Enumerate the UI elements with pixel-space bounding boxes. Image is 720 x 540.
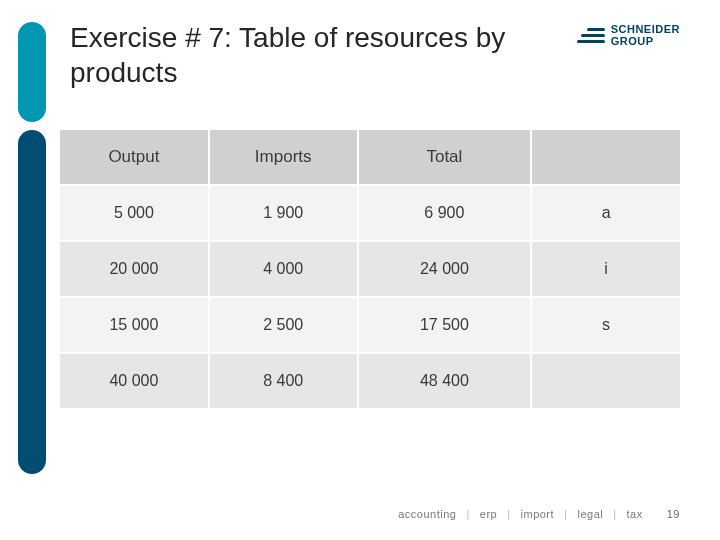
col-tag — [531, 130, 680, 185]
logo-mark-icon — [577, 28, 605, 43]
side-pill — [18, 130, 46, 474]
footer-item: tax — [627, 508, 643, 520]
col-output: Output — [60, 130, 209, 185]
brand-logo: SCHNEIDER GROUP — [577, 24, 680, 47]
cell-imports: 4 000 — [209, 241, 358, 297]
page-number: 19 — [667, 508, 680, 520]
cell-output: 20 000 — [60, 241, 209, 297]
col-total: Total — [358, 130, 532, 185]
cell-total: 17 500 — [358, 297, 532, 353]
resources-table: Output Imports Total 5 000 1 900 6 900 a… — [60, 130, 680, 408]
logo-text-line1: SCHNEIDER — [611, 24, 680, 36]
cell-total: 48 400 — [358, 353, 532, 408]
cell-imports: 1 900 — [209, 185, 358, 241]
page-title: Exercise # 7: Table of resources by prod… — [70, 20, 570, 90]
footer-item: erp — [480, 508, 497, 520]
table-row: 5 000 1 900 6 900 a — [60, 185, 680, 241]
logo-text-line2: GROUP — [611, 36, 680, 48]
accent-bar — [18, 22, 46, 122]
logo-text: SCHNEIDER GROUP — [611, 24, 680, 47]
cell-tag: i — [531, 241, 680, 297]
cell-total: 6 900 — [358, 185, 532, 241]
cell-tag: a — [531, 185, 680, 241]
cell-total: 24 000 — [358, 241, 532, 297]
col-imports: Imports — [209, 130, 358, 185]
cell-tag — [531, 353, 680, 408]
table-row: 15 000 2 500 17 500 s — [60, 297, 680, 353]
cell-imports: 8 400 — [209, 353, 358, 408]
table-row: 20 000 4 000 24 000 i — [60, 241, 680, 297]
cell-tag: s — [531, 297, 680, 353]
footer: accounting| erp| import| legal| tax 19 — [398, 508, 680, 520]
footer-item: accounting — [398, 508, 456, 520]
footer-item: import — [521, 508, 555, 520]
cell-output: 15 000 — [60, 297, 209, 353]
separator-icon: | — [507, 508, 510, 520]
cell-imports: 2 500 — [209, 297, 358, 353]
table-row: 40 000 8 400 48 400 — [60, 353, 680, 408]
table-header-row: Output Imports Total — [60, 130, 680, 185]
cell-output: 40 000 — [60, 353, 209, 408]
separator-icon: | — [466, 508, 469, 520]
separator-icon: | — [613, 508, 616, 520]
footer-item: legal — [577, 508, 603, 520]
cell-output: 5 000 — [60, 185, 209, 241]
separator-icon: | — [564, 508, 567, 520]
